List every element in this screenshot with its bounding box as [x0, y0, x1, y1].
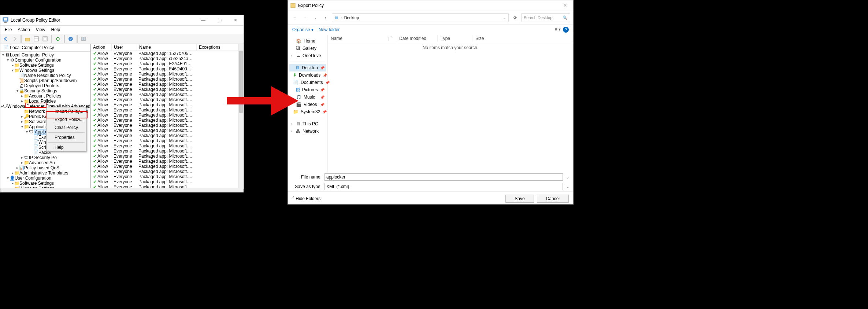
- col-name[interactable]: Name: [137, 44, 197, 51]
- ctx-import-policy[interactable]: Import Policy...: [47, 107, 86, 115]
- view-button[interactable]: ≡ ▾: [555, 27, 561, 33]
- list-row[interactable]: ✔AllowEveryonePackaged app: Microsoft.Wi…: [91, 184, 244, 188]
- list-row[interactable]: ✔AllowEveryonePackaged app: Microsoft.Mi…: [91, 113, 244, 118]
- expand-toggle[interactable]: ▸: [15, 165, 19, 170]
- expand-toggle[interactable]: ▸: [20, 99, 24, 104]
- expand-toggle[interactable]: ▾: [1, 52, 5, 58]
- tree-item[interactable]: ▸📊Policy-based QoS: [0, 165, 90, 170]
- list-row[interactable]: ✔AllowEveryonePackaged app: Microsoft.Wi…: [91, 159, 244, 164]
- menu-help[interactable]: Help: [49, 26, 63, 33]
- expand-toggle[interactable]: ▾: [20, 124, 24, 129]
- forward-button[interactable]: →: [301, 14, 309, 22]
- nav-onedrive[interactable]: ›☁OneDrive: [289, 52, 326, 59]
- expand-toggle[interactable]: ▸: [11, 170, 14, 176]
- expand-toggle[interactable]: ▾: [11, 68, 14, 73]
- list-row[interactable]: ✔AllowEveryonePackaged app: c5e2524a-ea4…: [91, 56, 244, 61]
- column-headers[interactable]: Action User Name Exceptions: [91, 44, 244, 51]
- list-row[interactable]: ✔AllowEveryonePackaged app: Microsoft.Wi…: [91, 164, 244, 169]
- nav-desktop[interactable]: 🖥Desktop📌: [289, 64, 326, 71]
- nav-downloads[interactable]: ⬇Downloads📌: [289, 71, 326, 79]
- menu-file[interactable]: File: [3, 26, 14, 33]
- save-button[interactable]: Save: [505, 195, 534, 203]
- list-row[interactable]: ✔AllowEveryonePackaged app: Microsoft.Lo…: [91, 102, 244, 107]
- tree-item[interactable]: ▾📁Windows Settings: [0, 68, 90, 73]
- expand-toggle[interactable]: ▸: [11, 186, 14, 188]
- expand-toggle[interactable]: ▸: [11, 63, 14, 68]
- list-row[interactable]: ✔AllowEveryonePackaged app: Microsoft.Ac…: [91, 77, 244, 82]
- tree-item[interactable]: 🖨Deployed Printers: [0, 83, 90, 88]
- hide-folders-button[interactable]: ˄ Hide Folders: [292, 196, 320, 201]
- list-row[interactable]: ✔AllowEveryonePackaged app: 1527c705-839…: [91, 51, 244, 56]
- tree-item[interactable]: ▸📁Administrative Templates: [0, 170, 90, 176]
- ctx-properties[interactable]: Properties: [47, 133, 86, 141]
- expand-toggle[interactable]: ▾: [15, 88, 19, 93]
- address-bar[interactable]: 🖥 › Desktop ⌄: [332, 13, 509, 22]
- tree-item[interactable]: 📄Name Resolution Policy: [0, 73, 90, 78]
- menu-action[interactable]: Action: [15, 26, 32, 33]
- filename-input[interactable]: [324, 173, 563, 181]
- list-row[interactable]: ✔AllowEveryonePackaged app: Microsoft.Wi…: [91, 133, 244, 138]
- tree-item[interactable]: ▾🔒Security Settings: [0, 88, 90, 93]
- expand-icon[interactable]: ›: [291, 129, 294, 133]
- help-button[interactable]: ?: [563, 27, 569, 33]
- new-folder-button[interactable]: New folder: [319, 27, 340, 32]
- ctx-help[interactable]: Help: [47, 143, 86, 151]
- list-row[interactable]: ✔AllowEveryonePackaged app: Microsoft.EC…: [91, 97, 244, 102]
- list-row[interactable]: ✔AllowEveryonePackaged app: Microsoft.Wi…: [91, 143, 244, 148]
- col-date[interactable]: Date modified: [396, 35, 438, 42]
- export-button[interactable]: [41, 35, 49, 43]
- list-row[interactable]: ✔AllowEveryonePackaged app: Microsoft.Wi…: [91, 154, 244, 159]
- list-row[interactable]: ✔AllowEveryonePackaged app: Microsoft.Wi…: [91, 138, 244, 143]
- back-button[interactable]: [2, 35, 10, 43]
- cancel-button[interactable]: Cancel: [537, 195, 569, 203]
- nav-home[interactable]: 🏠Home: [289, 37, 326, 45]
- expand-toggle[interactable]: ▸: [20, 160, 24, 165]
- export-titlebar[interactable]: Export Policy ✕: [288, 0, 573, 11]
- menu-view[interactable]: View: [34, 26, 48, 33]
- tree-item[interactable]: ▸📁Software Settings: [0, 181, 90, 186]
- recent-button[interactable]: ⌄: [311, 14, 319, 22]
- up-button[interactable]: [23, 35, 31, 43]
- tree-item[interactable]: ▸📁Advanced Au: [0, 160, 90, 165]
- list-row[interactable]: ✔AllowEveryonePackaged app: Microsoft.Wi…: [91, 128, 244, 133]
- col-action[interactable]: Action: [91, 44, 112, 51]
- expand-icon[interactable]: ›: [291, 122, 294, 126]
- expand-icon[interactable]: ›: [291, 54, 294, 58]
- list-row[interactable]: ✔AllowEveryonePackaged app: Microsoft.As…: [91, 82, 244, 87]
- savetype-select[interactable]: XML (*.xml): [324, 183, 563, 190]
- list-pane[interactable]: Action User Name Exceptions ✔AllowEveryo…: [90, 44, 244, 188]
- list-row[interactable]: ✔AllowEveryonePackaged app: Microsoft.Mi…: [91, 107, 244, 113]
- nav-network[interactable]: ›🖧Network: [289, 128, 326, 135]
- list-row[interactable]: ✔AllowEveryonePackaged app: Microsoft.Bi…: [91, 87, 244, 92]
- close-button[interactable]: ✕: [227, 15, 244, 25]
- list-row[interactable]: ✔AllowEveryonePackaged app: Microsoft.Wi…: [91, 148, 244, 154]
- expand-toggle[interactable]: ▾: [6, 176, 10, 181]
- list-row[interactable]: ✔AllowEveryonePackaged app: Microsoft.Cr…: [91, 92, 244, 97]
- tree-item[interactable]: ▾👤User Configuration: [0, 176, 90, 181]
- list-row[interactable]: ✔AllowEveryonePackaged app: Microsoft.Wi…: [91, 169, 244, 174]
- tree-item[interactable]: ▸📁Software Settings: [0, 63, 90, 68]
- crumb-location[interactable]: Desktop: [344, 15, 359, 20]
- list-row[interactable]: ✔AllowEveryonePackaged app: Microsoft.Wi…: [91, 174, 244, 179]
- dropdown-icon[interactable]: ⌄: [566, 174, 570, 180]
- dropdown-icon[interactable]: ⌄: [566, 184, 570, 189]
- tree-item[interactable]: ▸🛡IP Security Po: [0, 155, 90, 160]
- expand-toggle[interactable]: ▸: [20, 114, 24, 119]
- expand-toggle[interactable]: ▸: [20, 93, 24, 99]
- refresh-button[interactable]: [54, 35, 62, 43]
- filter-button[interactable]: [79, 35, 88, 43]
- ctx-export-policy[interactable]: Export Policy...: [47, 115, 86, 124]
- maximize-button[interactable]: ▢: [211, 15, 227, 25]
- refresh-button[interactable]: ⟳: [511, 14, 519, 22]
- ctx-clear-policy[interactable]: Clear Policy: [47, 124, 86, 132]
- tree-item[interactable]: ▸📁Account Policies: [0, 93, 90, 99]
- expand-toggle[interactable]: ▸: [11, 181, 14, 186]
- tree-item[interactable]: ▸📁Windows Settings: [0, 186, 90, 188]
- col-exceptions[interactable]: Exceptions: [197, 44, 244, 51]
- list-row[interactable]: ✔AllowEveryonePackaged app: F46D4000-FD2…: [91, 66, 244, 71]
- dropdown-icon[interactable]: ⌄: [503, 15, 506, 20]
- list-row[interactable]: ✔AllowEveryonePackaged app: Microsoft.Wi…: [91, 179, 244, 184]
- tree-item[interactable]: ▾⚙Computer Configuration: [0, 58, 90, 63]
- tree-item[interactable]: ▾🖥Local Computer Policy: [0, 52, 90, 58]
- organise-button[interactable]: Organise ▾: [292, 27, 314, 32]
